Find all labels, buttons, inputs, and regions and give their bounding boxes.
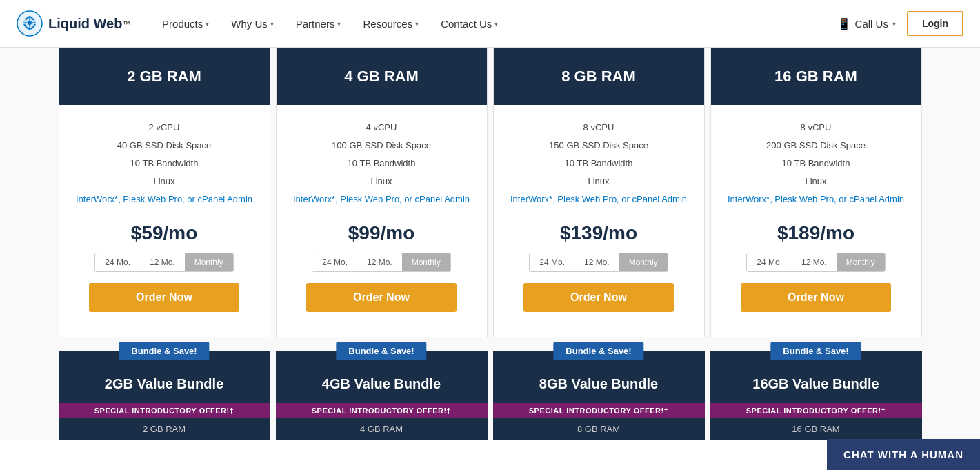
order-button-16gb[interactable]: Order Now <box>741 283 891 312</box>
bundle-card-8gb: Bundle & Save! 8GB Value Bundle SPECIAL … <box>493 351 705 440</box>
bundle-offer-badge: SPECIAL INTRODUCTORY OFFER!† <box>710 403 922 418</box>
bundle-grid: Bundle & Save! 2GB Value Bundle SPECIAL … <box>56 351 925 440</box>
chevron-down-icon: ▾ <box>415 20 419 28</box>
order-button-2gb[interactable]: Order Now <box>89 283 239 312</box>
header-right: 📱 Call Us ▾ Login <box>837 11 963 36</box>
bundle-spec: 4 GB RAM <box>349 418 414 440</box>
bandwidth-spec: 10 TB Bandwidth <box>722 155 910 173</box>
chat-widget[interactable]: CHAT WITH A HUMAN <box>827 439 980 440</box>
nav-products[interactable]: Products ▾ <box>152 0 219 48</box>
bundle-offer-badge: SPECIAL INTRODUCTORY OFFER!† <box>276 403 488 418</box>
billing-24mo[interactable]: 24 Mo. <box>530 253 574 271</box>
card-header-8gb: 8 GB RAM <box>494 48 704 105</box>
price-display: $189/mo <box>722 222 910 244</box>
disk-spec: 150 GB SSD Disk Space <box>505 137 693 155</box>
bandwidth-spec: 10 TB Bandwidth <box>288 155 476 173</box>
billing-12mo[interactable]: 12 Mo. <box>140 253 185 271</box>
panel-link[interactable]: InterWorx*, Plesk Web Pro, or cPanel Adm… <box>70 190 259 208</box>
billing-24mo[interactable]: 24 Mo. <box>95 253 140 271</box>
order-button-4gb[interactable]: Order Now <box>306 283 457 312</box>
billing-toggle: 24 Mo. 12 Mo. Monthly <box>529 253 668 272</box>
bandwidth-spec: 10 TB Bandwidth <box>70 155 259 173</box>
os-spec: Linux <box>70 173 259 190</box>
billing-12mo[interactable]: 12 Mo. <box>357 253 402 271</box>
panel-link[interactable]: InterWorx*, Plesk Web Pro, or cPanel Adm… <box>505 190 693 208</box>
order-button-8gb[interactable]: Order Now <box>523 283 674 312</box>
panel-link[interactable]: InterWorx*, Plesk Web Pro, or cPanel Adm… <box>288 190 476 208</box>
pricing-card-2gb: 2 GB RAM 2 vCPU 40 GB SSD Disk Space 10 … <box>59 48 270 337</box>
pricing-card-8gb: 8 GB RAM 8 vCPU 150 GB SSD Disk Space 10… <box>493 48 705 337</box>
logo-sup: ™ <box>122 19 130 28</box>
vcpu-spec: 2 vCPU <box>70 119 259 137</box>
card-body-16gb: 8 vCPU 200 GB SSD Disk Space 10 TB Bandw… <box>711 105 921 337</box>
billing-monthly[interactable]: Monthly <box>402 253 450 271</box>
billing-12mo[interactable]: 12 Mo. <box>574 253 619 271</box>
billing-monthly[interactable]: Monthly <box>837 253 885 271</box>
chevron-down-icon: ▾ <box>206 20 209 28</box>
vcpu-spec: 4 vCPU <box>288 119 476 137</box>
bundle-badge: Bundle & Save! <box>119 342 209 360</box>
disk-spec: 40 GB SSD Disk Space <box>70 137 259 155</box>
login-button[interactable]: Login <box>907 11 963 36</box>
nav-why-us[interactable]: Why Us ▾ <box>221 0 283 48</box>
bundle-card-16gb: Bundle & Save! 16GB Value Bundle SPECIAL… <box>710 351 922 440</box>
billing-24mo[interactable]: 24 Mo. <box>747 253 792 271</box>
billing-monthly[interactable]: Monthly <box>619 253 668 271</box>
bundle-card-2gb: Bundle & Save! 2GB Value Bundle SPECIAL … <box>59 351 270 440</box>
bundle-spec: 8 GB RAM <box>566 418 631 440</box>
phone-icon: 📱 <box>837 17 851 30</box>
card-body-4gb: 4 vCPU 100 GB SSD Disk Space 10 TB Bandw… <box>277 105 487 337</box>
call-us-button[interactable]: 📱 Call Us ▾ <box>837 17 896 30</box>
card-header-2gb: 2 GB RAM <box>59 48 270 105</box>
bundle-spec: 16 GB RAM <box>781 418 850 440</box>
price-display: $139/mo <box>505 222 693 244</box>
vcpu-spec: 8 vCPU <box>722 119 910 137</box>
chevron-down-icon: ▾ <box>494 20 498 28</box>
pricing-card-4gb: 4 GB RAM 4 vCPU 100 GB SSD Disk Space 10… <box>276 48 488 337</box>
nav-resources[interactable]: Resources ▾ <box>353 0 428 48</box>
billing-toggle: 24 Mo. 12 Mo. Monthly <box>746 253 885 272</box>
disk-spec: 100 GB SSD Disk Space <box>288 137 476 155</box>
billing-monthly[interactable]: Monthly <box>185 253 233 271</box>
price-display: $99/mo <box>288 222 476 244</box>
price-display: $59/mo <box>70 222 259 244</box>
pricing-section: 2 GB RAM 2 vCPU 40 GB SSD Disk Space 10 … <box>0 48 980 440</box>
call-us-label: Call Us <box>855 18 888 30</box>
os-spec: Linux <box>288 173 476 190</box>
disk-spec: 200 GB SSD Disk Space <box>722 137 910 155</box>
logo-text: Liquid Web <box>48 16 122 32</box>
pricing-card-16gb: 16 GB RAM 8 vCPU 200 GB SSD Disk Space 1… <box>710 48 922 337</box>
chevron-down-icon: ▾ <box>270 20 274 28</box>
nav-partners[interactable]: Partners ▾ <box>286 0 351 48</box>
os-spec: Linux <box>722 173 910 190</box>
nav-contact-us[interactable]: Contact Us ▾ <box>431 0 508 48</box>
bundle-card-4gb: Bundle & Save! 4GB Value Bundle SPECIAL … <box>276 351 488 440</box>
chevron-down-icon: ▾ <box>337 20 341 28</box>
chevron-down-icon: ▾ <box>892 20 896 28</box>
billing-12mo[interactable]: 12 Mo. <box>792 253 837 271</box>
panel-link[interactable]: InterWorx*, Plesk Web Pro, or cPanel Adm… <box>722 190 910 208</box>
bundle-offer-badge: SPECIAL INTRODUCTORY OFFER!† <box>493 403 705 418</box>
os-spec: Linux <box>505 173 693 190</box>
bundle-offer-badge: SPECIAL INTRODUCTORY OFFER!† <box>59 403 270 418</box>
header: Liquid Web™ Products ▾ Why Us ▾ Partners… <box>0 0 980 48</box>
billing-24mo[interactable]: 24 Mo. <box>312 253 357 271</box>
pricing-grid: 2 GB RAM 2 vCPU 40 GB SSD Disk Space 10 … <box>56 48 925 337</box>
bundle-badge: Bundle & Save! <box>770 342 861 360</box>
bundle-badge: Bundle & Save! <box>553 342 643 360</box>
main-nav: Products ▾ Why Us ▾ Partners ▾ Resources… <box>152 0 837 48</box>
card-body-8gb: 8 vCPU 150 GB SSD Disk Space 10 TB Bandw… <box>494 105 704 337</box>
card-header-4gb: 4 GB RAM <box>277 48 487 105</box>
billing-toggle: 24 Mo. 12 Mo. Monthly <box>312 253 450 272</box>
billing-toggle: 24 Mo. 12 Mo. Monthly <box>94 253 233 272</box>
card-header-16gb: 16 GB RAM <box>711 48 921 105</box>
logo[interactable]: Liquid Web™ <box>17 10 130 37</box>
card-body-2gb: 2 vCPU 40 GB SSD Disk Space 10 TB Bandwi… <box>59 105 270 337</box>
bundle-badge: Bundle & Save! <box>336 342 426 360</box>
bundle-spec: 2 GB RAM <box>132 418 197 440</box>
vcpu-spec: 8 vCPU <box>505 119 693 137</box>
bandwidth-spec: 10 TB Bandwidth <box>505 155 693 173</box>
